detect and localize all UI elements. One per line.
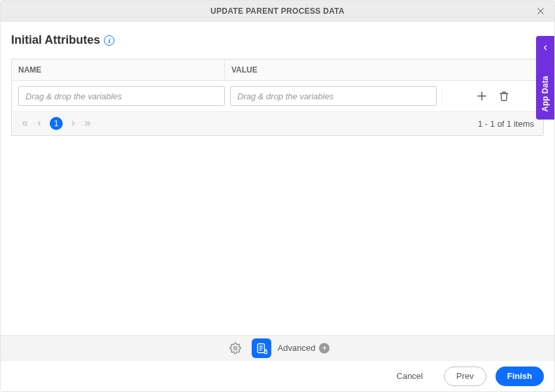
- attributes-table: NAME VALUE: [11, 59, 544, 136]
- dialog-title: UPDATE PARENT PROCESS DATA: [210, 7, 345, 16]
- delete-row-button[interactable]: [497, 90, 511, 103]
- prev-button[interactable]: Prev: [444, 367, 486, 386]
- chevron-double-right-icon: [84, 120, 92, 127]
- info-icon[interactable]: i: [104, 35, 114, 46]
- form-button[interactable]: [252, 338, 271, 358]
- dialog-body: Initial Attributes i NAME VALUE: [1, 22, 554, 335]
- row-actions: [442, 90, 537, 103]
- pager-status: 1 - 1 of 1 items: [478, 119, 534, 129]
- pager-controls: 1: [21, 117, 92, 130]
- col-header-value: VALUE: [225, 59, 543, 80]
- pager-prev-button[interactable]: [35, 120, 43, 127]
- pager-page-1[interactable]: 1: [50, 117, 63, 130]
- app-data-panel-toggle[interactable]: App Data: [536, 36, 554, 120]
- gear-icon: [229, 342, 241, 354]
- app-data-label: App Data: [541, 76, 550, 112]
- close-button[interactable]: [533, 4, 548, 18]
- advanced-label: Advanced: [278, 343, 316, 353]
- svg-point-4: [233, 346, 237, 350]
- table-row: [12, 81, 543, 111]
- plus-icon: [476, 90, 488, 102]
- pager: 1 1 - 1 of 1 items: [12, 111, 543, 135]
- col-header-name: NAME: [12, 59, 225, 80]
- dialog-header: UPDATE PARENT PROCESS DATA: [1, 1, 554, 22]
- cancel-button[interactable]: Cancel: [385, 367, 435, 386]
- dialog: UPDATE PARENT PROCESS DATA Initial Attri…: [0, 0, 555, 392]
- value-input[interactable]: [230, 86, 437, 106]
- section-title: Initial Attributes: [11, 33, 100, 47]
- advanced-toggle[interactable]: Advanced +: [278, 343, 330, 353]
- table-header: NAME VALUE: [12, 59, 543, 81]
- chevron-double-left-icon: [21, 120, 29, 127]
- trash-icon: [498, 90, 510, 102]
- add-row-button[interactable]: [475, 90, 488, 103]
- value-cell: [230, 86, 437, 106]
- pager-first-button[interactable]: [21, 120, 29, 127]
- pager-last-button[interactable]: [84, 120, 92, 127]
- name-cell: [18, 86, 225, 106]
- pager-next-button[interactable]: [69, 120, 77, 127]
- chevron-left-icon: [541, 42, 549, 54]
- form-icon: [256, 342, 267, 354]
- finish-button[interactable]: Finish: [496, 367, 544, 386]
- dialog-footer: Cancel Prev Finish: [1, 360, 554, 391]
- name-input[interactable]: [18, 86, 225, 106]
- chevron-left-icon: [35, 120, 43, 127]
- section-header: Initial Attributes i: [11, 33, 544, 47]
- plus-circle-icon: +: [319, 343, 329, 353]
- bottom-toolbar: Advanced +: [1, 335, 554, 360]
- chevron-right-icon: [69, 120, 77, 127]
- close-icon: [536, 7, 545, 16]
- settings-button[interactable]: [226, 338, 245, 358]
